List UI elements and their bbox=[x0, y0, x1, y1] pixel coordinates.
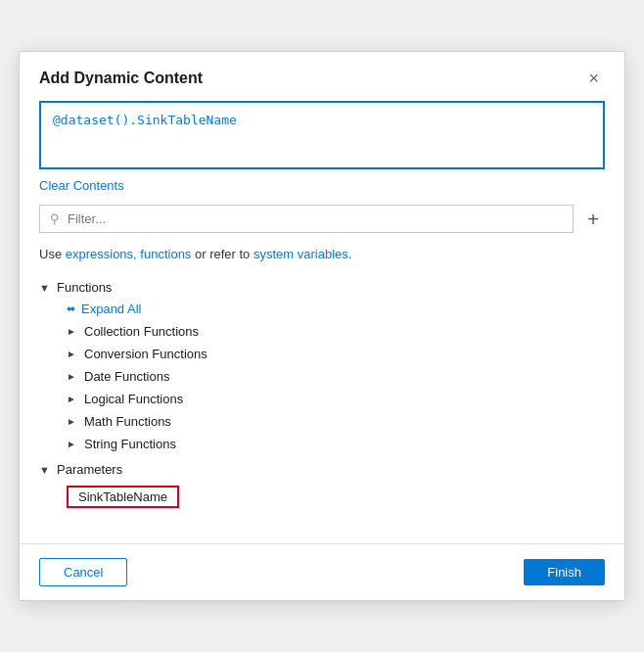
collection-functions-arrow: ► bbox=[67, 326, 78, 337]
date-functions-arrow: ► bbox=[67, 371, 78, 382]
hint-text: Use expressions, functions or refer to s… bbox=[39, 247, 605, 261]
logical-functions-item[interactable]: ► Logical Functions bbox=[67, 388, 605, 410]
functions-section-header[interactable]: ▼ Functions bbox=[39, 277, 605, 298]
expressions-functions-link[interactable]: expressions, functions bbox=[66, 247, 192, 261]
filter-input[interactable] bbox=[68, 211, 563, 226]
clear-contents-link[interactable]: Clear Contents bbox=[39, 178, 124, 193]
functions-collapse-arrow: ▼ bbox=[39, 282, 51, 294]
filter-row: ⚲ + bbox=[39, 205, 605, 233]
close-button[interactable]: × bbox=[582, 68, 605, 89]
expand-all-item[interactable]: ⬌ Expand All bbox=[67, 298, 605, 320]
logical-functions-arrow: ► bbox=[67, 394, 78, 404]
tree: ▼ Functions ⬌ Expand All ► Collection Fu… bbox=[39, 277, 605, 512]
logical-functions-label: Logical Functions bbox=[84, 392, 183, 406]
string-functions-label: String Functions bbox=[84, 437, 176, 451]
dialog-header: Add Dynamic Content × bbox=[20, 52, 624, 101]
collection-functions-item[interactable]: ► Collection Functions bbox=[67, 320, 605, 343]
expression-input[interactable]: @dataset().SinkTableName bbox=[39, 101, 605, 169]
parameters-collapse-arrow: ▼ bbox=[39, 464, 51, 476]
parameters-children: SinkTableName bbox=[39, 480, 605, 512]
collection-functions-label: Collection Functions bbox=[84, 324, 199, 339]
finish-button[interactable]: Finish bbox=[524, 559, 605, 585]
conversion-functions-label: Conversion Functions bbox=[84, 347, 207, 361]
conversion-functions-item[interactable]: ► Conversion Functions bbox=[67, 343, 605, 365]
add-button[interactable]: + bbox=[581, 208, 605, 231]
dialog-title: Add Dynamic Content bbox=[39, 70, 203, 87]
cancel-button[interactable]: Cancel bbox=[39, 558, 127, 586]
string-functions-arrow: ► bbox=[67, 439, 78, 449]
parameters-section-label: Parameters bbox=[57, 462, 122, 477]
conversion-functions-arrow: ► bbox=[67, 349, 78, 359]
functions-section: ▼ Functions ⬌ Expand All ► Collection Fu… bbox=[39, 277, 605, 455]
functions-section-label: Functions bbox=[57, 280, 112, 295]
functions-children: ⬌ Expand All ► Collection Functions ► Co… bbox=[39, 298, 605, 455]
dialog-body: @dataset().SinkTableName Clear Contents … bbox=[20, 101, 624, 536]
math-functions-item[interactable]: ► Math Functions bbox=[67, 410, 605, 433]
parameters-section-header[interactable]: ▼ Parameters bbox=[39, 459, 605, 480]
dialog-footer: Cancel Finish bbox=[20, 543, 624, 600]
date-functions-label: Date Functions bbox=[84, 369, 169, 384]
system-variables-link[interactable]: system variables bbox=[253, 247, 348, 261]
search-icon: ⚲ bbox=[50, 211, 60, 226]
add-dynamic-content-dialog: Add Dynamic Content × @dataset().SinkTab… bbox=[19, 51, 625, 601]
hint-prefix: Use bbox=[39, 247, 66, 261]
expand-all-icon: ⬌ bbox=[67, 303, 75, 315]
hint-suffix: . bbox=[348, 247, 352, 261]
parameters-section: ▼ Parameters SinkTableName bbox=[39, 459, 605, 512]
sink-table-name-wrapper: SinkTableName bbox=[67, 480, 605, 512]
filter-input-wrap: ⚲ bbox=[39, 205, 574, 233]
math-functions-arrow: ► bbox=[67, 416, 78, 427]
expand-all-link[interactable]: Expand All bbox=[81, 302, 141, 316]
hint-middle: or refer to bbox=[191, 247, 253, 261]
sink-table-name-item[interactable]: SinkTableName bbox=[67, 486, 179, 508]
math-functions-label: Math Functions bbox=[84, 414, 171, 429]
date-functions-item[interactable]: ► Date Functions bbox=[67, 365, 605, 388]
string-functions-item[interactable]: ► String Functions bbox=[67, 433, 605, 455]
